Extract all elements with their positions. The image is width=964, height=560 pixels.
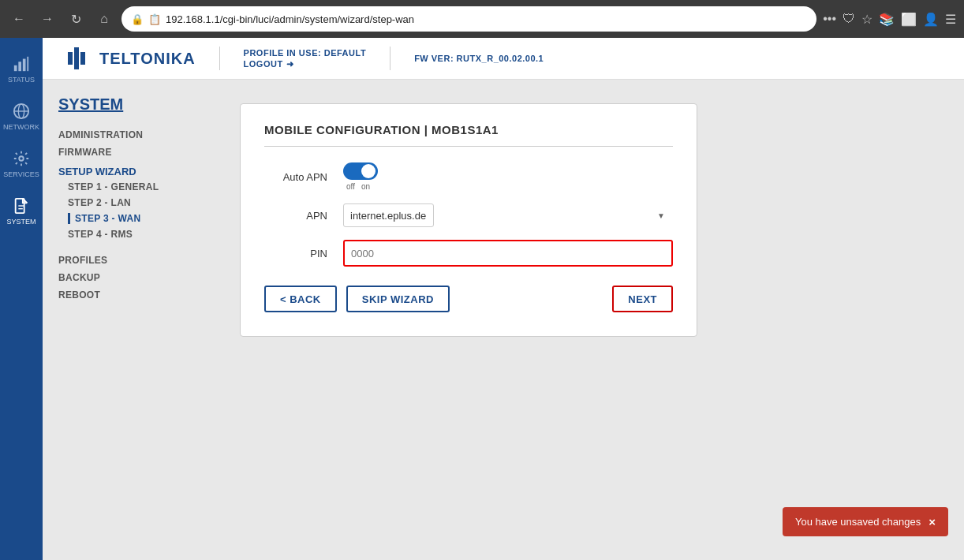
nav-step3[interactable]: STEP 3 - WAN: [58, 211, 192, 226]
svg-point-7: [19, 156, 24, 161]
auto-apn-row: Auto APN off on: [264, 162, 673, 191]
svg-rect-11: [68, 52, 73, 65]
globe-icon: [13, 103, 30, 120]
network-label: NETWORK: [3, 123, 39, 131]
main-content: MOBILE CONFIGURATION | MOB1S1A1 Auto APN…: [208, 80, 964, 554]
nav-item-backup[interactable]: BACKUP: [58, 269, 192, 286]
logout-button[interactable]: LOGOUT ➜: [244, 59, 367, 69]
teltonika-logo-icon: [66, 44, 95, 73]
skip-wizard-button[interactable]: SKIP WIZARD: [346, 286, 450, 312]
reload-button[interactable]: ↻: [65, 8, 87, 30]
tab-icon[interactable]: ⬜: [901, 12, 917, 27]
file-icon: [13, 197, 30, 215]
forward-button[interactable]: →: [36, 8, 58, 30]
nav-panel: SYSTEM ADMINISTRATION FIRMWARE SETUP WIZ…: [43, 80, 208, 554]
step2-label: STEP 2 - LAN: [68, 197, 131, 208]
active-bar: [68, 213, 70, 224]
header-divider: [219, 47, 220, 70]
toast-close-button[interactable]: ×: [929, 515, 936, 528]
header-info: PROFILE IN USE: DEFAULT LOGOUT ➜: [244, 48, 367, 69]
nav-step2[interactable]: STEP 2 - LAN: [58, 195, 192, 211]
nav-item-administration[interactable]: ADMINISTRATION: [58, 126, 192, 144]
nav-title[interactable]: SYSTEM: [58, 95, 192, 114]
pin-input-wrapper: [343, 240, 673, 267]
logo-area: TELTONIKA: [66, 44, 196, 73]
apn-select-wrapper: internet.eplus.de: [343, 203, 673, 227]
svg-rect-3: [27, 57, 28, 71]
back-button[interactable]: ←: [8, 8, 30, 30]
url-text: 192.168.1.1/cgi-bin/luci/admin/system/wi…: [166, 13, 807, 25]
nav-setup-wizard[interactable]: SETUP WIZARD: [58, 161, 192, 179]
wizard-card: MOBILE CONFIGURATION | MOB1S1A1 Auto APN…: [240, 103, 697, 337]
content-area: TELTONIKA PROFILE IN USE: DEFAULT LOGOUT…: [43, 38, 964, 560]
system-label: SYSTEM: [6, 218, 35, 226]
apn-row: APN internet.eplus.de: [264, 203, 673, 227]
home-button[interactable]: ⌂: [93, 8, 115, 30]
more-icon[interactable]: •••: [823, 12, 836, 26]
buttons-row: < BACK SKIP WIZARD NEXT: [264, 286, 673, 312]
logout-text: LOGOUT: [244, 59, 283, 69]
logo-text: TELTONIKA: [99, 50, 196, 68]
top-header: TELTONIKA PROFILE IN USE: DEFAULT LOGOUT…: [43, 38, 964, 80]
svg-rect-13: [80, 52, 85, 65]
toast-message: You have unsaved changes: [795, 516, 921, 528]
fw-version: FW VER: RUTX_R_00.02.00.1: [414, 54, 544, 63]
sidebar-item-services[interactable]: SERVICES: [0, 140, 43, 188]
nav-step1[interactable]: STEP 1 - GENERAL: [58, 179, 192, 195]
nav-step4[interactable]: STEP 4 - RMS: [58, 226, 192, 242]
address-bar[interactable]: 🔒 📋 192.168.1.1/cgi-bin/luci/admin/syste…: [121, 6, 816, 32]
apn-label: APN: [264, 210, 327, 222]
pin-row: PIN: [264, 240, 673, 267]
menu-icon[interactable]: ☰: [945, 12, 956, 27]
auto-apn-label: Auto APN: [264, 171, 327, 183]
library-icon[interactable]: 📚: [879, 12, 895, 27]
pin-input[interactable]: [345, 241, 671, 265]
toggle-slider: [343, 162, 378, 180]
apn-select[interactable]: internet.eplus.de: [343, 203, 434, 227]
toggle-on-label: on: [361, 182, 370, 191]
logout-icon: ➜: [286, 59, 294, 69]
pocket-icon[interactable]: 🛡: [843, 12, 855, 26]
profile-icon[interactable]: 👤: [923, 12, 939, 27]
services-label: SERVICES: [3, 170, 39, 178]
sidebar-item-system[interactable]: SYSTEM: [0, 188, 43, 235]
step3-label: STEP 3 - WAN: [75, 213, 140, 224]
gear-icon: [13, 150, 30, 167]
svg-rect-0: [14, 65, 17, 71]
chart-icon: [13, 55, 30, 73]
sidebar-item-network[interactable]: NETWORK: [0, 93, 43, 140]
sidebar-item-status[interactable]: STATUS: [0, 46, 43, 93]
header-divider-2: [390, 47, 390, 70]
auto-apn-toggle[interactable]: off on: [343, 162, 378, 191]
main-layout: STATUS NETWORK SERVICES: [0, 38, 964, 560]
nav-item-profiles[interactable]: PROFILES: [58, 252, 192, 269]
pin-label: PIN: [264, 248, 327, 259]
step1-label: STEP 1 - GENERAL: [68, 181, 159, 192]
svg-rect-12: [74, 47, 79, 69]
toast-notification: You have unsaved changes ×: [783, 507, 948, 536]
back-button[interactable]: < BACK: [264, 286, 337, 312]
toggle-labels: off on: [343, 182, 370, 191]
step4-label: STEP 4 - RMS: [68, 229, 133, 240]
secondary-layout: SYSTEM ADMINISTRATION FIRMWARE SETUP WIZ…: [43, 80, 964, 554]
next-button[interactable]: NEXT: [612, 286, 673, 312]
wizard-title: MOBILE CONFIGURATION | MOB1S1A1: [264, 123, 673, 147]
toggle-off-label: off: [346, 182, 355, 191]
nav-item-firmware[interactable]: FIRMWARE: [58, 144, 192, 161]
svg-rect-1: [18, 62, 21, 71]
status-label: STATUS: [8, 76, 35, 84]
browser-right-icons: ••• 🛡 ☆ 📚 ⬜ 👤 ☰: [823, 12, 956, 27]
svg-rect-2: [23, 59, 26, 72]
browser-chrome: ← → ↻ ⌂ 🔒 📋 192.168.1.1/cgi-bin/luci/adm…: [0, 0, 964, 38]
star-icon[interactable]: ☆: [861, 12, 872, 27]
nav-item-reboot[interactable]: REBOOT: [58, 286, 192, 304]
sidebar: STATUS NETWORK SERVICES: [0, 38, 43, 560]
profile-label: PROFILE IN USE: DEFAULT: [244, 48, 367, 58]
